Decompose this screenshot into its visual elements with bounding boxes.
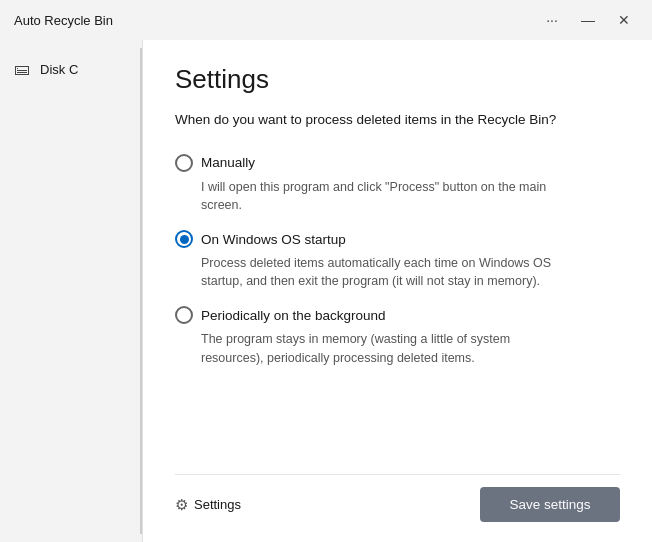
sidebar-item-disk-c[interactable]: 🖴 Disk C <box>0 52 140 86</box>
more-button[interactable]: ··· <box>536 6 568 34</box>
sidebar-item-label: Disk C <box>40 62 78 77</box>
option-row-startup[interactable]: On Windows OS startup <box>175 230 620 248</box>
footer: ⚙ Settings Save settings <box>175 474 620 522</box>
option-desc-manually: I will open this program and click "Proc… <box>175 178 575 214</box>
footer-settings-link[interactable]: ⚙ Settings <box>175 496 241 514</box>
app-body: 🖴 Disk C Settings When do you want to pr… <box>0 40 652 542</box>
main-content: Settings When do you want to process del… <box>142 40 652 542</box>
radio-periodically[interactable] <box>175 306 193 324</box>
gear-icon: ⚙ <box>175 496 188 514</box>
save-settings-button[interactable]: Save settings <box>480 487 620 522</box>
options-list: Manually I will open this program and cl… <box>175 154 620 474</box>
minimize-button[interactable]: — <box>572 6 604 34</box>
footer-settings-label: Settings <box>194 497 241 512</box>
disk-icon: 🖴 <box>14 60 30 78</box>
title-bar-left: Auto Recycle Bin <box>14 13 113 28</box>
option-row-manually[interactable]: Manually <box>175 154 620 172</box>
option-label-startup: On Windows OS startup <box>201 232 346 247</box>
option-group-startup: On Windows OS startup Process deleted it… <box>175 230 620 290</box>
close-button[interactable]: ✕ <box>608 6 640 34</box>
app-title: Auto Recycle Bin <box>14 13 113 28</box>
option-label-periodically: Periodically on the background <box>201 308 386 323</box>
settings-question: When do you want to process deleted item… <box>175 111 595 130</box>
title-bar: Auto Recycle Bin ··· — ✕ <box>0 0 652 40</box>
option-row-periodically[interactable]: Periodically on the background <box>175 306 620 324</box>
sidebar: 🖴 Disk C <box>0 40 140 542</box>
title-bar-controls: ··· — ✕ <box>536 6 640 34</box>
option-desc-periodically: The program stays in memory (wasting a l… <box>175 330 575 366</box>
option-group-manually: Manually I will open this program and cl… <box>175 154 620 214</box>
radio-manually[interactable] <box>175 154 193 172</box>
option-desc-startup: Process deleted items automatically each… <box>175 254 575 290</box>
page-title: Settings <box>175 64 620 95</box>
option-group-periodically: Periodically on the background The progr… <box>175 306 620 366</box>
option-label-manually: Manually <box>201 155 255 170</box>
radio-startup[interactable] <box>175 230 193 248</box>
